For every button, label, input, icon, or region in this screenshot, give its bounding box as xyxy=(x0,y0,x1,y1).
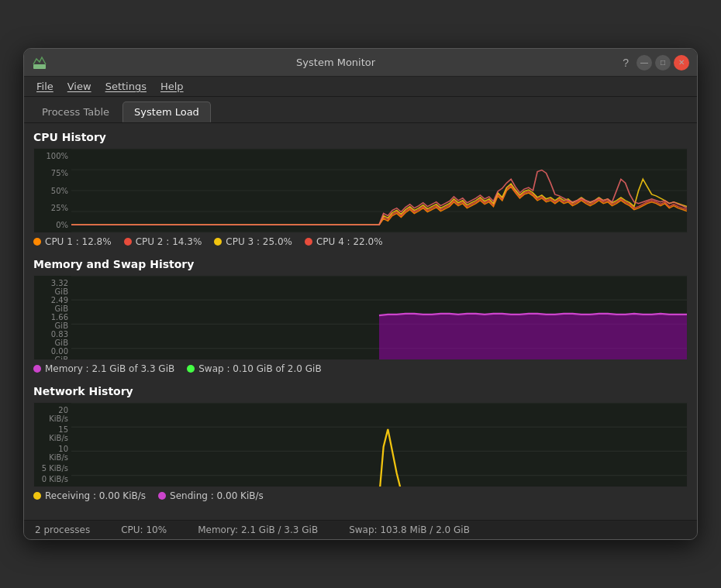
memory-legend: Memory : 2.1 GiB of 3.3 GiB Swap : 0.10 … xyxy=(33,360,688,376)
status-processes: 2 processes xyxy=(35,524,90,535)
cpu3-label: CPU 3 : 25.0% xyxy=(226,236,292,247)
net-y-0: 20 KiB/s xyxy=(37,406,68,423)
mem-y-0: 3.32 GiB xyxy=(37,279,68,296)
memory-y-labels: 3.32 GiB 2.49 GiB 1.66 GiB 0.83 GiB 0.00… xyxy=(34,276,71,359)
cpu2-label: CPU 2 : 14.3% xyxy=(136,236,202,247)
cpu3-legend: CPU 3 : 25.0% xyxy=(214,236,292,247)
status-memory: Memory: 2.1 GiB / 3.3 GiB xyxy=(198,524,318,535)
svg-marker-10 xyxy=(71,314,687,360)
status-swap: Swap: 103.8 MiB / 2.0 GiB xyxy=(349,524,470,535)
net-y-4: 0 KiB/s xyxy=(37,475,68,483)
window-controls: ? — □ ✕ xyxy=(618,55,689,70)
menu-view[interactable]: View xyxy=(61,78,98,95)
mem-y-1: 2.49 GiB xyxy=(37,296,68,313)
cpu-y-label-3: 25% xyxy=(37,204,68,212)
cpu-legend: CPU 1 : 12.8% CPU 2 : 14.3% CPU 3 : 25.0… xyxy=(33,233,688,249)
cpu1-legend: CPU 1 : 12.8% xyxy=(33,236,112,247)
cpu-y-label-2: 50% xyxy=(37,187,68,195)
minimize-button[interactable]: — xyxy=(636,55,652,70)
cpu3-dot xyxy=(214,238,222,246)
sending-label: Sending : 0.00 KiB/s xyxy=(170,490,264,501)
cpu2-dot xyxy=(124,238,132,246)
main-content: CPU History 100% 75% 50% 25% 0% xyxy=(24,123,697,520)
window-title: System Monitor xyxy=(53,57,618,68)
cpu4-legend: CPU 4 : 22.0% xyxy=(305,236,383,247)
tab-process-table[interactable]: Process Table xyxy=(30,101,121,122)
swap-legend-item: Swap : 0.10 GiB of 2.0 GiB xyxy=(187,363,321,374)
menu-help[interactable]: Help xyxy=(154,78,190,95)
mem-y-4: 0.00 GiB xyxy=(37,347,68,360)
main-window: System Monitor ? — □ ✕ File View Setting… xyxy=(23,48,698,540)
mem-y-3: 0.83 GiB xyxy=(37,330,68,347)
cpu1-dot xyxy=(33,238,41,246)
status-cpu: CPU: 10% xyxy=(121,524,167,535)
memory-chart: 3.32 GiB 2.49 GiB 1.66 GiB 0.83 GiB 0.00… xyxy=(33,275,688,360)
net-y-2: 10 KiB/s xyxy=(37,445,68,462)
cpu-chart: 100% 75% 50% 25% 0% xyxy=(33,148,688,233)
network-y-labels: 20 KiB/s 15 KiB/s 10 KiB/s 5 KiB/s 0 KiB… xyxy=(34,403,71,487)
help-button[interactable]: ? xyxy=(618,55,633,70)
network-title: Network History xyxy=(33,385,688,397)
cpu2-legend: CPU 2 : 14.3% xyxy=(124,236,202,247)
close-button[interactable]: ✕ xyxy=(674,55,689,70)
swap-dot xyxy=(187,365,195,373)
app-icon xyxy=(32,55,47,70)
cpu-section: CPU History 100% 75% 50% 25% 0% xyxy=(33,131,688,249)
memory-label: Memory : 2.1 GiB of 3.3 GiB xyxy=(45,363,174,374)
menubar: File View Settings Help xyxy=(24,77,697,97)
network-chart-area xyxy=(71,403,687,487)
cpu4-dot xyxy=(305,238,312,246)
maximize-button[interactable]: □ xyxy=(655,55,671,70)
cpu-y-labels: 100% 75% 50% 25% 0% xyxy=(34,149,71,232)
net-y-1: 15 KiB/s xyxy=(37,425,68,442)
cpu4-label: CPU 4 : 22.0% xyxy=(316,236,383,247)
network-section: Network History 20 KiB/s 15 KiB/s 10 KiB… xyxy=(33,385,688,503)
tab-bar: Process Table System Load xyxy=(24,97,697,123)
mem-y-2: 1.66 GiB xyxy=(37,313,68,330)
sending-dot xyxy=(158,492,166,500)
menu-settings[interactable]: Settings xyxy=(99,78,153,95)
network-chart: 20 KiB/s 15 KiB/s 10 KiB/s 5 KiB/s 0 KiB… xyxy=(33,402,688,487)
menu-file[interactable]: File xyxy=(30,78,60,95)
memory-legend-item: Memory : 2.1 GiB of 3.3 GiB xyxy=(33,363,174,374)
swap-label: Swap : 0.10 GiB of 2.0 GiB xyxy=(198,363,321,374)
cpu1-label: CPU 1 : 12.8% xyxy=(45,236,112,247)
cpu-chart-area xyxy=(71,149,687,232)
memory-chart-area xyxy=(71,276,687,359)
titlebar: System Monitor ? — □ ✕ xyxy=(24,49,697,77)
cpu-y-label-0: 100% xyxy=(37,152,68,160)
cpu-y-label-1: 75% xyxy=(37,169,68,177)
svg-rect-0 xyxy=(33,64,46,69)
statusbar: 2 processes CPU: 10% Memory: 2.1 GiB / 3… xyxy=(24,520,697,539)
cpu-y-label-4: 0% xyxy=(37,221,68,229)
net-y-3: 5 KiB/s xyxy=(37,464,68,473)
receiving-legend-item: Receiving : 0.00 KiB/s xyxy=(33,490,146,501)
sending-legend-item: Sending : 0.00 KiB/s xyxy=(158,490,264,501)
memory-title: Memory and Swap History xyxy=(33,258,688,270)
receiving-label: Receiving : 0.00 KiB/s xyxy=(45,490,146,501)
tab-system-load[interactable]: System Load xyxy=(122,101,211,122)
receiving-dot xyxy=(33,492,41,500)
memory-section: Memory and Swap History 3.32 GiB 2.49 Gi… xyxy=(33,258,688,376)
cpu-title: CPU History xyxy=(33,131,688,143)
network-legend: Receiving : 0.00 KiB/s Sending : 0.00 Ki… xyxy=(33,487,688,503)
memory-dot xyxy=(33,365,41,373)
